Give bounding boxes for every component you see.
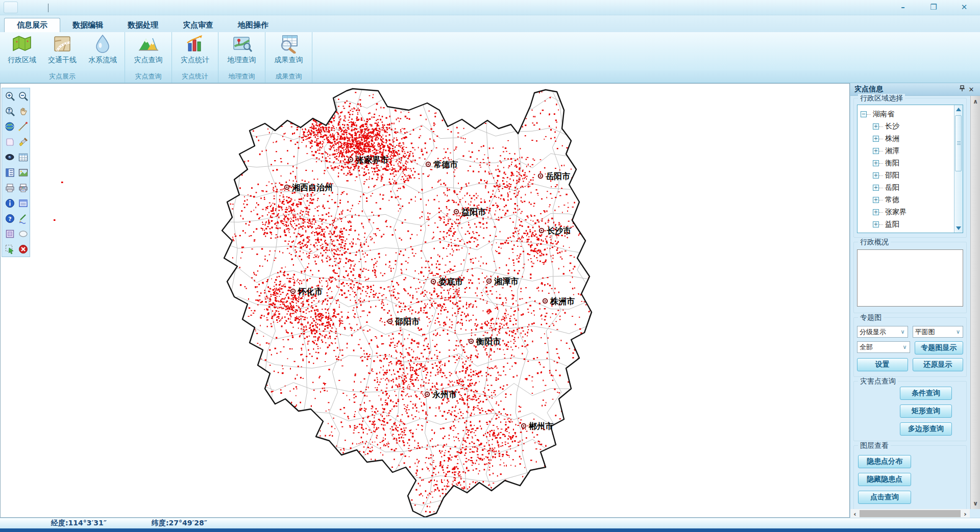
geo-query-button[interactable]: 地理查询	[222, 34, 262, 70]
tree-node-label[interactable]: 岳阳	[883, 183, 899, 192]
tab-2[interactable]: 数据编辑	[60, 18, 115, 32]
scroll-right-icon[interactable]: ›	[961, 510, 970, 518]
restore-button[interactable]: ❐	[927, 1, 940, 13]
help-icon[interactable]: ?	[4, 213, 16, 224]
zoom-extent-icon[interactable]	[4, 106, 16, 117]
disaster-query-3-button[interactable]: 多边形查询	[900, 422, 952, 436]
overview-textarea[interactable]	[857, 249, 963, 307]
tree-node-9[interactable]: +益阳	[861, 218, 951, 231]
hunan-province-map[interactable]: 张家界市常德市岳阳市湘西自治州益阳市长沙市娄底市湘潭市怀化市株洲市邵阳市衡阳市永…	[1, 84, 849, 517]
panel-close-icon[interactable]: ✕	[967, 86, 976, 93]
close-red-icon[interactable]	[17, 243, 29, 255]
legend-panel-icon[interactable]	[4, 167, 16, 178]
minimize-button[interactable]: –	[896, 1, 910, 13]
layer-view-2-button[interactable]: 隐藏隐患点	[858, 473, 911, 486]
select-features-icon[interactable]	[4, 243, 16, 255]
eye-refresh-icon[interactable]	[4, 151, 16, 163]
tab-3[interactable]: 数据处理	[115, 18, 170, 32]
measure-line-icon[interactable]	[17, 121, 29, 132]
tree-node-label[interactable]: 株洲	[883, 134, 899, 143]
tree-node-label[interactable]: 益阳	[883, 220, 899, 229]
tab-4[interactable]: 灾点审查	[170, 18, 226, 32]
disaster-query-button[interactable]: 灾点查询	[128, 34, 168, 70]
scroll-left-icon[interactable]: ‹	[850, 510, 860, 518]
thematic-type-value: 平面图	[915, 327, 935, 337]
thematic-scope-select[interactable]: 全部 ∨	[857, 341, 910, 353]
layer-view-3-button[interactable]: 点击查询	[858, 491, 911, 504]
disaster-stat-button[interactable]: 灾点统计	[175, 34, 215, 70]
tree-expand-icon[interactable]: +	[873, 209, 879, 215]
region-tree[interactable]: −湖南省+长沙+株洲+湘潭+衡阳+邵阳+岳阳+常德+张家界+益阳+郴州	[857, 105, 963, 233]
tree-expand-icon[interactable]: +	[873, 136, 879, 142]
window-panel-icon[interactable]	[17, 197, 29, 209]
brush-icon[interactable]	[17, 136, 29, 147]
frame-icon[interactable]	[4, 228, 16, 239]
tree-node-6[interactable]: +岳阳	[861, 182, 951, 194]
tab-1[interactable]: 信息展示	[4, 18, 60, 32]
zoom-out-icon[interactable]	[17, 90, 29, 102]
info-icon[interactable]	[4, 197, 16, 209]
tree-node-label[interactable]: 郴州	[883, 232, 899, 233]
admin-region-button[interactable]: 行政区域	[2, 34, 42, 70]
tree-expand-icon[interactable]: +	[873, 148, 879, 154]
panel-horizontal-scrollbar[interactable]: ‹ ›	[850, 509, 970, 518]
tree-node-label[interactable]: 湖南省	[871, 110, 894, 119]
tree-node-label[interactable]: 常德	[883, 195, 899, 205]
tree-expand-icon[interactable]: +	[873, 172, 879, 179]
tree-node-label[interactable]: 湘潭	[883, 146, 899, 156]
thematic-show-button[interactable]: 专题图显示	[915, 341, 964, 354]
panel-vertical-scrollbar[interactable]: ∧ ∨	[970, 96, 980, 509]
overview-map-icon[interactable]	[17, 167, 29, 178]
tree-node-1[interactable]: +长沙	[861, 120, 951, 133]
tree-node-label[interactable]: 长沙	[883, 122, 899, 131]
tree-node-4[interactable]: +衡阳	[861, 157, 951, 169]
tree-node-label[interactable]: 张家界	[883, 208, 906, 217]
tree-node-8[interactable]: +张家界	[861, 206, 951, 218]
result-query-button[interactable]: 成果查询	[268, 34, 309, 70]
scroll-down-icon[interactable]	[956, 226, 961, 230]
tree-expand-icon[interactable]: +	[873, 160, 879, 166]
tree-expand-icon[interactable]: +	[873, 185, 879, 191]
layer-view-1-button[interactable]: 隐患点分布	[858, 455, 911, 468]
tree-node-10[interactable]: +郴州	[861, 231, 951, 233]
tab-5[interactable]: 地图操作	[226, 18, 281, 32]
close-button[interactable]: ✕	[958, 1, 971, 13]
disaster-query-1-button[interactable]: 条件查询	[900, 387, 952, 400]
pan-hand-icon[interactable]	[17, 106, 29, 117]
pin-icon[interactable]	[958, 85, 967, 93]
traffic-line-button[interactable]: 交通干线	[42, 34, 83, 70]
print-icon[interactable]	[4, 182, 16, 193]
attribute-table-icon[interactable]	[17, 151, 29, 163]
tree-collapse-icon[interactable]: −	[861, 111, 867, 117]
ellipse-icon[interactable]	[17, 228, 29, 239]
scrollbar-thumb[interactable]	[955, 115, 962, 171]
tree-node-3[interactable]: +湘潭	[861, 145, 951, 157]
tree-expand-icon[interactable]: +	[873, 123, 879, 130]
tree-node-label[interactable]: 邵阳	[883, 171, 899, 180]
thematic-type-select[interactable]: 平面图 ∨	[913, 326, 964, 338]
tree-node-7[interactable]: +常德	[861, 194, 951, 206]
quick-access-toolbar[interactable]	[4, 2, 18, 13]
scroll-up-icon[interactable]	[956, 108, 961, 111]
restore-display-button[interactable]: 还原显示	[913, 358, 964, 371]
tree-node-5[interactable]: +邵阳	[861, 169, 951, 182]
clear-shape-icon[interactable]	[4, 136, 16, 147]
tree-scrollbar[interactable]	[954, 105, 963, 233]
scrollbar-thumb[interactable]	[860, 510, 961, 517]
map-canvas[interactable]: 张家界市常德市岳阳市湘西自治州益阳市长沙市娄底市湘潭市怀化市株洲市邵阳市衡阳市永…	[0, 83, 850, 518]
tree-expand-icon[interactable]: +	[873, 197, 879, 203]
zoom-in-icon[interactable]	[4, 90, 16, 102]
tree-node-2[interactable]: +株洲	[861, 133, 951, 145]
print-color-icon[interactable]	[17, 182, 29, 193]
thematic-mode-select[interactable]: 分级显示 ∨	[857, 326, 908, 338]
water-basin-button[interactable]: 水系流域	[83, 34, 123, 70]
tree-node-root[interactable]: −湖南省	[861, 108, 951, 120]
tree-expand-icon[interactable]: +	[873, 221, 879, 227]
scroll-up-icon[interactable]: ∧	[971, 97, 980, 106]
settings-button[interactable]: 设置	[857, 358, 908, 371]
scroll-down-icon[interactable]: ∨	[971, 499, 980, 508]
tree-node-label[interactable]: 衡阳	[883, 159, 899, 168]
globe-icon[interactable]	[4, 121, 16, 132]
disaster-query-2-button[interactable]: 矩形查询	[900, 404, 952, 418]
sketch-pencil-icon[interactable]	[17, 213, 29, 224]
